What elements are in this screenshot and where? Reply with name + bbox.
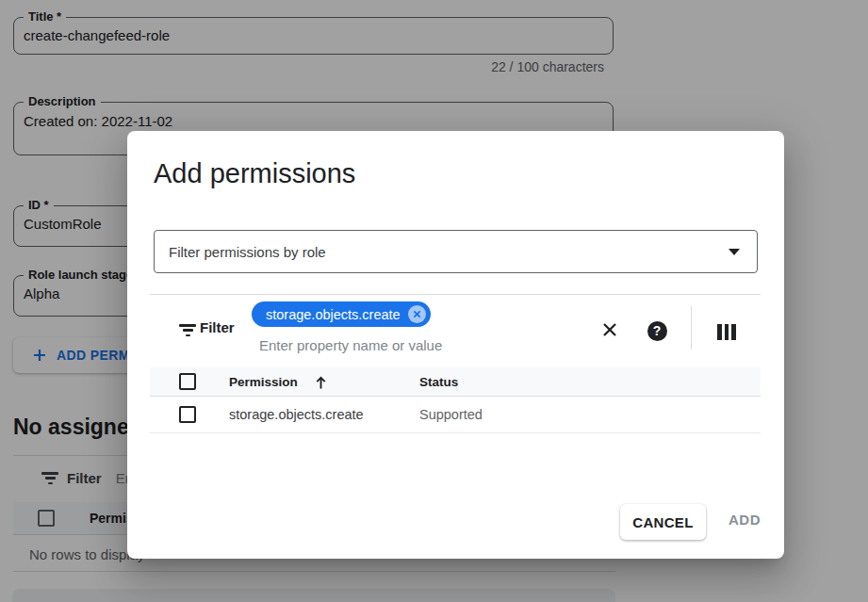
- role-filter-dropdown-value: Filter permissions by role: [169, 244, 729, 260]
- dialog-table-header: Permission Status: [150, 367, 761, 397]
- columns-icon: [717, 324, 736, 340]
- status-column-header: Status: [419, 367, 458, 397]
- add-button[interactable]: ADD: [729, 512, 761, 528]
- filter-icon: [179, 324, 196, 336]
- filter-chip-label: storage.objects.create: [266, 307, 401, 322]
- permission-table-row: storage.objects.create Supported: [150, 397, 761, 433]
- permission-column-label: Permission: [229, 367, 298, 397]
- toolbar-divider: [150, 294, 761, 295]
- permission-column-header[interactable]: Permission: [229, 367, 327, 397]
- x-icon: [413, 310, 421, 318]
- cancel-button[interactable]: CANCEL: [620, 504, 706, 540]
- toolbar-vertical-divider: [691, 306, 692, 350]
- chip-remove-icon[interactable]: [408, 305, 426, 323]
- filter-chip[interactable]: storage.objects.create: [252, 301, 431, 327]
- clear-filter-button[interactable]: [598, 318, 621, 341]
- add-permissions-dialog: Add permissions Filter permissions by ro…: [127, 131, 784, 559]
- filter-label: Filter: [200, 319, 235, 335]
- row-checkbox[interactable]: [179, 406, 196, 423]
- page: Title * create-changefeed-role 22 / 100 …: [0, 0, 868, 602]
- filter-input-placeholder[interactable]: Enter property name or value: [259, 337, 442, 353]
- help-button[interactable]: ?: [646, 319, 668, 342]
- question-mark-icon: ?: [647, 321, 667, 341]
- role-filter-dropdown[interactable]: Filter permissions by role: [154, 230, 758, 273]
- sort-ascending-icon: [315, 375, 327, 390]
- column-options-button[interactable]: [715, 320, 738, 343]
- dialog-title: Add permissions: [154, 158, 355, 189]
- chevron-down-icon: [729, 249, 740, 255]
- close-icon: [600, 320, 619, 339]
- permission-cell: storage.objects.create: [229, 397, 364, 433]
- select-all-checkbox[interactable]: [179, 373, 196, 390]
- status-cell: Supported: [419, 397, 483, 433]
